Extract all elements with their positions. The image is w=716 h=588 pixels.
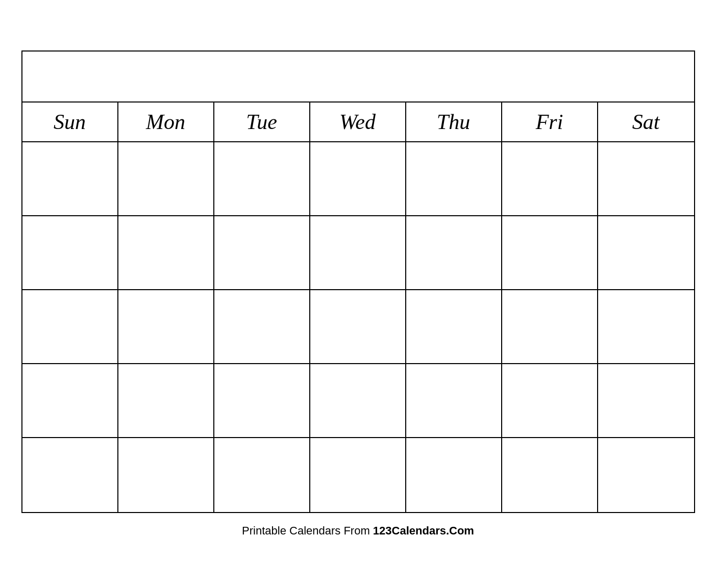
day-header-fri: Fri <box>502 103 598 141</box>
calendar-cell <box>214 290 310 363</box>
calendar-cell <box>22 142 118 215</box>
calendar-cell <box>214 216 310 289</box>
calendar-cell <box>22 364 118 437</box>
calendar-cell <box>118 364 214 437</box>
calendar-cell <box>214 438 310 512</box>
calendar-cell <box>22 438 118 512</box>
calendar-cell <box>502 290 598 363</box>
calendar-cell <box>22 290 118 363</box>
calendar-cell <box>406 290 502 363</box>
calendar-cell <box>310 438 406 512</box>
footer-bold: 123Calendars.Com <box>373 524 474 537</box>
calendar-cell <box>502 438 598 512</box>
calendar-row-3 <box>22 290 694 364</box>
day-header-thu: Thu <box>406 103 502 141</box>
page-wrapper: Sun Mon Tue Wed Thu Fri Sat <box>0 0 716 588</box>
calendar-cell <box>310 364 406 437</box>
day-header-sun: Sun <box>22 103 118 141</box>
calendar-cell <box>406 364 502 437</box>
calendar-row-5 <box>22 438 694 512</box>
calendar-cell <box>598 364 694 437</box>
calendar-cell <box>502 142 598 215</box>
calendar-cell <box>214 142 310 215</box>
day-header-mon: Mon <box>118 103 214 141</box>
calendar-container: Sun Mon Tue Wed Thu Fri Sat <box>21 50 695 513</box>
calendar-row-2 <box>22 216 694 290</box>
calendar-cell <box>598 290 694 363</box>
calendar-cell <box>310 290 406 363</box>
calendar-cell <box>598 438 694 512</box>
footer-regular: Printable Calendars From <box>242 524 373 537</box>
calendar-cell <box>118 438 214 512</box>
calendar-cell <box>406 216 502 289</box>
calendar-cell <box>22 216 118 289</box>
calendar-cell <box>502 216 598 289</box>
calendar-row-1 <box>22 142 694 216</box>
day-header-wed: Wed <box>310 103 406 141</box>
calendar-cell <box>118 142 214 215</box>
calendar-cell <box>118 216 214 289</box>
calendar-cell <box>310 216 406 289</box>
calendar-header: Sun Mon Tue Wed Thu Fri Sat <box>22 103 694 142</box>
calendar-row-4 <box>22 364 694 438</box>
calendar-cell <box>214 364 310 437</box>
calendar-cell <box>406 142 502 215</box>
calendar-cell <box>406 438 502 512</box>
calendar-body <box>22 142 694 512</box>
footer-text: Printable Calendars From 123Calendars.Co… <box>242 524 474 538</box>
day-header-tue: Tue <box>214 103 310 141</box>
day-header-sat: Sat <box>598 103 694 141</box>
calendar-cell <box>118 290 214 363</box>
calendar-cell <box>310 142 406 215</box>
calendar-cell <box>598 216 694 289</box>
calendar-title-row <box>22 52 694 103</box>
calendar-cell <box>598 142 694 215</box>
calendar-cell <box>502 364 598 437</box>
